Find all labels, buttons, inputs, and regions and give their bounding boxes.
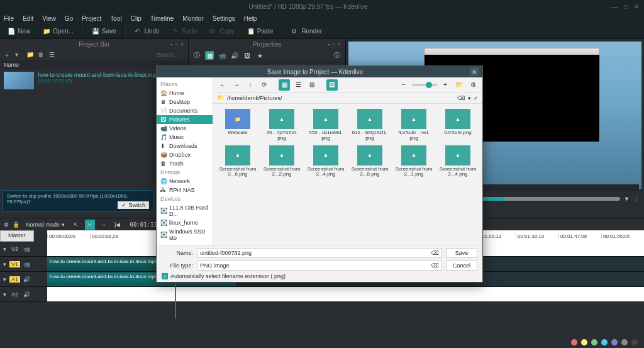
place-downloads[interactable]: ⬇Downloads [157, 142, 213, 150]
info-icon[interactable]: ⓘ [192, 51, 201, 60]
file-item[interactable]: ▲Screenshot from 2...4.png [437, 145, 479, 178]
menu-view[interactable]: View [42, 15, 56, 22]
menu-monitor[interactable]: Monitor [182, 15, 203, 22]
zoom-in-icon[interactable]: + [440, 79, 451, 91]
switch-button[interactable]: ✓ Switch [118, 201, 149, 209]
menu-file[interactable]: File [4, 15, 14, 22]
chevron-down-icon[interactable]: ▾ [15, 51, 23, 59]
search-input[interactable]: Search... [60, 52, 184, 58]
star-icon[interactable]: ★ [255, 51, 264, 60]
cursor-tool-icon[interactable]: ↖ [71, 220, 81, 230]
save-button[interactable]: 💾Save [88, 26, 120, 36]
place-device[interactable]: 💽linux_home [157, 218, 213, 227]
file-item[interactable]: ▲fLVXu6r.png [437, 109, 479, 142]
menu-settings[interactable]: Settings [213, 15, 235, 22]
delete-icon[interactable]: 🗑 [38, 51, 45, 59]
file-item[interactable]: ▲Screenshot from 2...6.png [217, 145, 258, 178]
clear-icon[interactable]: ⌫ [457, 95, 465, 101]
menu-help[interactable]: Help [244, 15, 257, 22]
status-dot[interactable] [581, 339, 587, 345]
status-dot[interactable] [621, 339, 628, 345]
list-view-icon[interactable]: ☰ [292, 79, 304, 91]
panel-menu-icon[interactable]: • ○ × [328, 42, 341, 47]
place-documents[interactable]: 📄Documents [157, 106, 213, 115]
minimize-icon[interactable]: — [611, 3, 618, 10]
undo-button[interactable]: ↶Undo [131, 26, 164, 36]
add-clip-icon[interactable]: ＋ [4, 51, 11, 59]
redo-button[interactable]: ↷Redo [169, 26, 201, 36]
render-button[interactable]: ⚙Render [287, 26, 326, 36]
status-dot[interactable] [601, 339, 608, 345]
close-icon[interactable]: ✕ [634, 3, 639, 10]
video-icon[interactable]: 📹 [218, 51, 226, 60]
audio-icon[interactable]: 🔊 [230, 51, 239, 60]
menu-clip[interactable]: Clip [131, 15, 142, 22]
master-tab[interactable]: Master [0, 230, 34, 242]
place-network[interactable]: 🌐Network [157, 177, 213, 186]
new-button[interactable]: 📄New [4, 26, 34, 36]
file-item[interactable]: ▲Screenshot from 2...4.png [305, 145, 347, 178]
place-dropbox[interactable]: 📦Dropbox [157, 150, 213, 159]
icon-size-slider[interactable] [412, 84, 437, 86]
new-folder-icon[interactable]: 📁 [453, 79, 465, 91]
menu-timeline[interactable]: Timeline [150, 15, 174, 22]
file-item[interactable]: ▲Screenshot from 2...8.png [349, 145, 391, 178]
back-icon[interactable]: ← [217, 79, 228, 91]
razor-tool-icon[interactable]: ✂ [85, 220, 95, 230]
filename-input[interactable]: untitled-f000782.png⌫ [197, 248, 442, 258]
auto-extension-checkbox[interactable]: ✓ Automatically select filename extensio… [162, 273, 477, 279]
maximize-icon[interactable]: □ [624, 3, 628, 10]
file-item[interactable]: ▲611 - SMj1AD1. png [349, 109, 391, 142]
place-nas[interactable]: 🖧RPi4 NAS [157, 186, 213, 194]
skip-start-icon[interactable]: |◀ [113, 220, 123, 230]
forward-icon[interactable]: → [231, 79, 242, 91]
marker-icon[interactable]: ▼ [624, 196, 630, 202]
clear-icon[interactable]: ⌫ [431, 262, 439, 269]
settings-icon[interactable]: ⚙ [467, 79, 479, 91]
mode-dropdown[interactable]: Normal mode ▾ [23, 221, 67, 228]
gear-icon[interactable]: ⚙ [4, 222, 9, 228]
place-device[interactable]: 💽111.8 GiB Hard D... [157, 203, 213, 218]
status-dot[interactable] [591, 339, 597, 345]
image-icon[interactable]: 🖼 [243, 51, 252, 60]
lock-icon[interactable]: 🔒 [13, 222, 19, 228]
clear-icon[interactable]: ⌫ [431, 250, 439, 256]
accept-icon[interactable]: ✓ [474, 95, 479, 101]
menu-project[interactable]: Project [82, 15, 101, 22]
file-item[interactable]: ▲Screenshot from 2...1.png [393, 145, 435, 178]
options-icon[interactable]: ⋮ [633, 196, 639, 202]
help-icon[interactable]: ⓘ [333, 51, 341, 60]
filetype-select[interactable]: PNG image⌫ [197, 261, 442, 271]
audio-icon[interactable]: 🔊 [23, 276, 30, 283]
folder-add-icon[interactable]: 📁 [26, 51, 34, 59]
list-icon[interactable]: ☰ [49, 51, 57, 59]
chevron-down-icon[interactable]: ▾ [3, 261, 6, 267]
place-home[interactable]: 🏠Home [157, 89, 213, 98]
status-dot[interactable] [611, 339, 618, 345]
file-item[interactable]: ▲Screenshot from 2...2.png [261, 145, 303, 178]
file-grid[interactable]: 📁Webcam▲46 - 7pY01Vl. png▲552 - dz1m9td.… [213, 104, 482, 182]
file-item[interactable]: 📁Webcam [217, 109, 258, 142]
preview-icon[interactable]: 🖼 [326, 79, 338, 91]
audio-icon[interactable]: 🔊 [23, 291, 30, 298]
up-icon[interactable]: ↑ [245, 79, 256, 91]
reload-icon[interactable]: ⟳ [258, 79, 270, 91]
panel-menu-icon[interactable]: • ○ × [170, 42, 184, 47]
file-item[interactable]: ▲552 - dz1m9td. png [305, 109, 347, 142]
close-icon[interactable]: ✕ [470, 67, 479, 76]
status-dot[interactable] [631, 339, 638, 345]
icon-view-icon[interactable]: ▦ [279, 79, 290, 91]
place-desktop[interactable]: 🖥Desktop [157, 98, 213, 106]
file-item[interactable]: ▲fLVXu6r - red. png [393, 109, 435, 142]
track-body[interactable] [47, 287, 644, 301]
zoom-out-icon[interactable]: − [398, 79, 409, 91]
open-button[interactable]: 📁Open... [39, 26, 77, 36]
menu-edit[interactable]: Edit [23, 15, 33, 22]
place-trash[interactable]: 🗑Trash [157, 159, 213, 168]
status-dot[interactable] [571, 339, 577, 345]
menu-go[interactable]: Go [65, 15, 73, 22]
chevron-down-icon[interactable]: ▾ [3, 276, 6, 283]
file-item[interactable]: ▲46 - 7pY01Vl. png [261, 109, 303, 142]
dialog-titlebar[interactable]: Save Image to Project — Kdenlive ✕ [157, 66, 482, 77]
save-button[interactable]: Save [446, 248, 477, 258]
